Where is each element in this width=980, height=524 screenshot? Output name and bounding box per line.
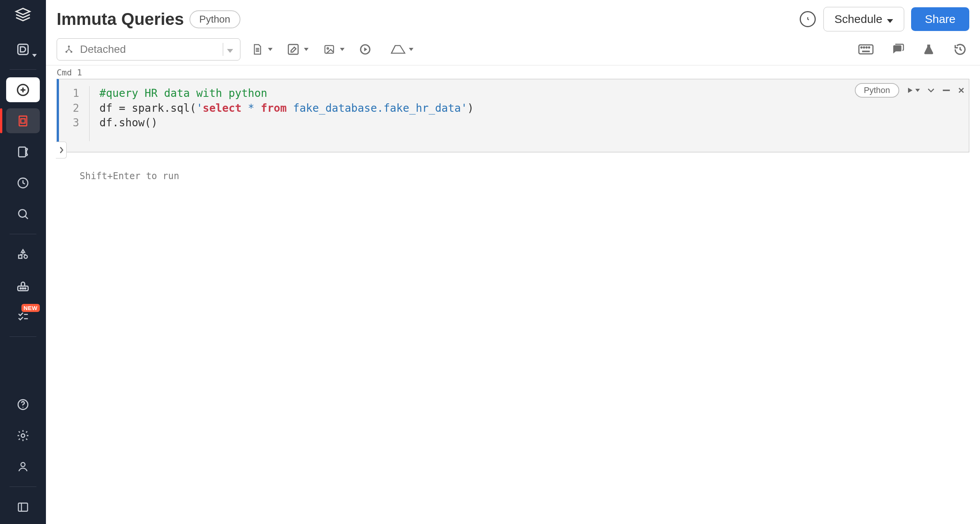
revision-history-icon[interactable] [951, 40, 969, 59]
sidebar-user-icon[interactable] [6, 454, 40, 479]
cmd-label: Cmd 1 [46, 65, 980, 79]
file-menu-icon[interactable] [248, 40, 266, 59]
image-menu-icon[interactable] [320, 40, 338, 59]
language-pill[interactable]: Python [189, 10, 240, 28]
svg-rect-5 [19, 147, 26, 157]
chevron-down-icon [304, 48, 309, 51]
move-cell-down-icon[interactable] [927, 87, 935, 93]
svg-rect-28 [859, 45, 873, 54]
comments-icon[interactable] [888, 40, 906, 59]
svg-point-26 [327, 48, 328, 49]
chevron-down-icon [227, 43, 233, 56]
svg-point-29 [861, 47, 862, 48]
divider [223, 43, 223, 56]
chevron-down-icon [268, 48, 273, 51]
sidebar-workflows-icon[interactable] [6, 273, 40, 298]
chevron-down-icon [409, 48, 413, 51]
clear-menu-icon[interactable] [389, 40, 407, 59]
history-clock-icon[interactable] [800, 11, 816, 27]
share-button[interactable]: Share [911, 7, 969, 31]
cell-language-pill[interactable]: Python [855, 83, 900, 98]
code-content[interactable]: #query HR data with python df = spark.sq… [90, 86, 474, 141]
cluster-state-label: Detached [80, 43, 126, 56]
divider [10, 486, 36, 487]
svg-point-15 [25, 288, 26, 289]
svg-point-17 [23, 406, 24, 408]
svg-point-9 [19, 209, 26, 217]
svg-point-11 [24, 255, 28, 258]
cell-wrapper: Python 1 2 3 [57, 79, 969, 181]
new-badge: NEW [21, 304, 40, 312]
schedule-button[interactable]: Schedule [823, 7, 904, 31]
svg-point-13 [20, 288, 21, 289]
minimize-cell-icon[interactable] [942, 89, 951, 92]
cluster-icon [64, 44, 74, 54]
sidebar-tasks-icon[interactable]: NEW [6, 304, 40, 329]
divider [10, 336, 36, 337]
delete-cell-icon[interactable] [957, 87, 965, 94]
sidebar-recents-icon[interactable] [6, 170, 40, 195]
sidebar-search-icon[interactable] [6, 201, 40, 226]
sidebar-data-icon[interactable] [6, 37, 40, 62]
sidebar-notebook-icon[interactable] [6, 108, 40, 133]
cell-controls: Python [855, 83, 965, 98]
notebook-title[interactable]: Immuta Queries [57, 10, 184, 29]
sidebar-compute-icon[interactable] [6, 242, 40, 267]
run-cell-icon[interactable] [906, 87, 920, 94]
run-all-icon[interactable] [356, 40, 374, 59]
svg-rect-25 [325, 46, 334, 53]
svg-rect-33 [862, 51, 870, 52]
experiments-beaker-icon[interactable] [920, 40, 938, 59]
divider [10, 234, 36, 234]
svg-rect-24 [288, 44, 298, 54]
databricks-logo-icon[interactable] [14, 6, 32, 24]
svg-point-18 [21, 434, 24, 437]
svg-point-19 [21, 462, 25, 467]
svg-point-30 [864, 47, 865, 48]
svg-marker-0 [16, 8, 30, 15]
divider [10, 69, 36, 70]
svg-point-31 [866, 47, 867, 48]
sidebar-help-icon[interactable] [6, 392, 40, 417]
svg-rect-10 [19, 255, 22, 258]
chevron-down-icon [887, 13, 893, 26]
sidebar-create-icon[interactable] [6, 77, 40, 102]
svg-rect-4 [21, 119, 25, 123]
code-editor[interactable]: 1 2 3 #query HR data with python df = sp… [59, 79, 969, 152]
toolbar: Detached [46, 38, 980, 65]
cluster-selector[interactable]: Detached [57, 38, 240, 60]
title-bar: Immuta Queries Python Schedule Share [46, 0, 980, 38]
svg-point-32 [869, 47, 870, 48]
chevron-down-icon [32, 54, 37, 57]
keyboard-shortcuts-icon[interactable] [857, 40, 875, 59]
svg-point-6 [26, 148, 28, 150]
sidebar-settings-icon[interactable] [6, 423, 40, 448]
schedule-label: Schedule [835, 13, 882, 26]
run-hint: Shift+Enter to run [57, 152, 969, 181]
main-area: Immuta Queries Python Schedule Share [46, 0, 980, 524]
notebook-cell[interactable]: Python 1 2 3 [57, 79, 969, 152]
svg-rect-1 [18, 44, 28, 54]
svg-point-14 [23, 288, 24, 289]
svg-point-21 [68, 46, 70, 47]
svg-rect-34 [943, 90, 950, 91]
sidebar-panel-toggle-icon[interactable] [6, 495, 40, 519]
sidebar-repos-icon[interactable] [6, 139, 40, 164]
svg-rect-20 [18, 503, 28, 511]
chevron-down-icon [340, 48, 345, 51]
line-number-gutter: 1 2 3 [59, 86, 90, 141]
expand-sidebar-tab[interactable] [56, 142, 67, 158]
left-sidebar: NEW [0, 0, 46, 524]
svg-point-7 [26, 153, 28, 155]
edit-menu-icon[interactable] [284, 40, 302, 59]
